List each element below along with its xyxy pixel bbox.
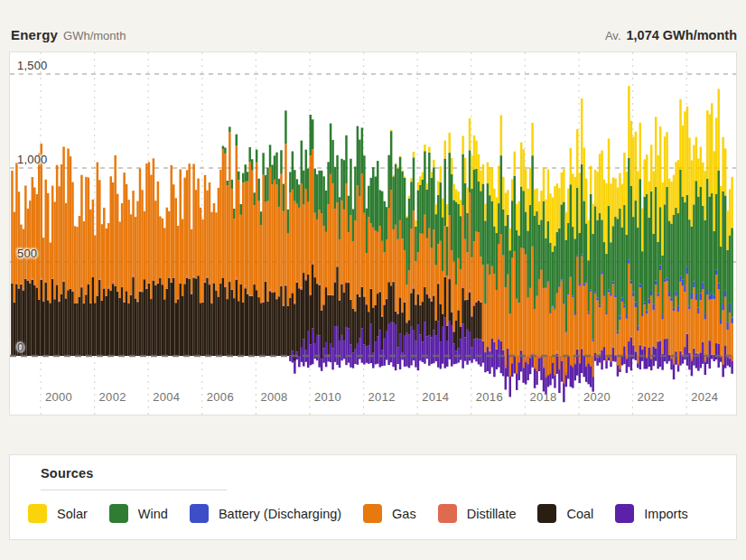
x-axis-tick-label: 2018	[529, 390, 556, 404]
legend-label-coal: Coal	[566, 507, 593, 521]
y-axis-tick-label: 1,000	[17, 153, 48, 166]
legend-row: Solar Wind Battery (Discharging) Gas Dis…	[28, 504, 718, 523]
x-axis-tick-label: 2022	[638, 390, 665, 404]
legend-item-distillate[interactable]: Distillate	[438, 504, 517, 523]
average-value: 1,074 GWh/month	[627, 28, 737, 42]
chart-title-group: Energy GWh/month	[11, 27, 126, 42]
legend-item-imports[interactable]: Imports	[615, 504, 687, 523]
distillate-swatch-icon	[438, 504, 457, 523]
energy-stacked-bar-svg[interactable]	[10, 52, 736, 415]
legend-label-distillate: Distillate	[467, 507, 517, 521]
chart-unit-label: GWh/month	[63, 29, 126, 42]
x-axis-tick-label: 2020	[583, 390, 611, 404]
legend-label-gas: Gas	[392, 507, 416, 521]
energy-chart-panel: 05001,0001,50020002002200420062008201020…	[9, 51, 737, 415]
y-axis-tick-label: 1,500	[17, 59, 48, 72]
y-axis-tick-label: 0	[17, 341, 23, 354]
battery-swatch-icon	[190, 504, 209, 523]
legend-item-wind[interactable]: Wind	[109, 504, 168, 523]
x-axis-tick-label: 2000	[45, 390, 72, 404]
x-axis-tick-label: 2016	[476, 390, 503, 404]
legend-label-solar: Solar	[57, 507, 88, 521]
x-axis-tick-label: 2010	[314, 390, 341, 404]
imports-swatch-icon	[615, 504, 634, 523]
chart-header: Energy GWh/month Av. 1,074 GWh/month	[11, 27, 737, 47]
legend-item-battery[interactable]: Battery (Discharging)	[190, 504, 341, 523]
chart-plot-area[interactable]: 05001,0001,50020002002200420062008201020…	[10, 52, 736, 415]
legend-item-gas[interactable]: Gas	[363, 504, 416, 523]
chart-title: Energy	[11, 27, 58, 42]
legend-title: Sources	[41, 466, 718, 481]
x-axis-tick-label: 2024	[691, 390, 718, 404]
average-prefix: Av.	[605, 29, 621, 42]
sources-legend-panel: Sources Solar Wind Battery (Discharging)…	[9, 454, 737, 540]
legend-item-solar[interactable]: Solar	[28, 504, 88, 523]
wind-swatch-icon	[109, 504, 128, 523]
legend-divider	[41, 490, 227, 490]
solar-swatch-icon	[28, 504, 47, 523]
x-axis-tick-label: 2006	[207, 390, 234, 404]
x-axis-tick-label: 2012	[368, 390, 396, 404]
y-axis-tick-label: 500	[17, 247, 37, 260]
x-axis-tick-label: 2002	[99, 390, 126, 404]
x-axis-tick-label: 2014	[422, 390, 449, 404]
x-axis-tick-label: 2004	[153, 390, 180, 404]
legend-item-coal[interactable]: Coal	[537, 504, 593, 523]
coal-swatch-icon	[537, 504, 556, 523]
x-axis-tick-label: 2008	[260, 390, 287, 404]
legend-label-wind: Wind	[138, 507, 168, 521]
legend-label-imports: Imports	[644, 507, 687, 521]
legend-label-battery: Battery (Discharging)	[219, 507, 341, 521]
gas-swatch-icon	[363, 504, 382, 523]
chart-average-group: Av. 1,074 GWh/month	[605, 28, 737, 42]
